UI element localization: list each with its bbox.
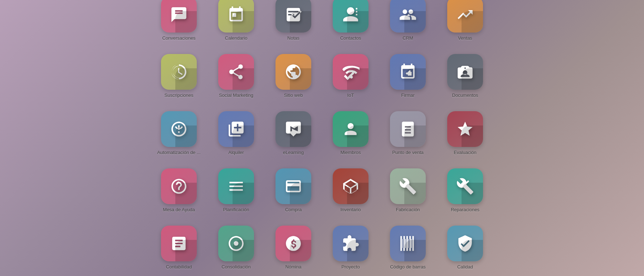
app-grid: ConversacionesCalendarioNotasContactosCR… <box>147 0 497 276</box>
app-label-elearning: eLearning <box>283 150 304 155</box>
app-label-iot: IoT <box>347 93 354 98</box>
app-icon-ventas <box>447 0 483 33</box>
app-label-proyecto: Proyecto <box>341 264 360 270</box>
app-label-alquiler: Alquiler <box>228 150 244 155</box>
app-label-crm: CRM <box>402 35 413 41</box>
app-label-mesa-de-ayuda: Mesa de Ayuda <box>163 207 195 212</box>
app-item-automatizacion[interactable]: Automatización de ... <box>154 111 204 165</box>
app-label-documentos: Documentos <box>452 93 478 98</box>
app-item-miembros[interactable]: Miembros <box>326 111 376 165</box>
app-item-contabilidad[interactable]: Contabilidad <box>154 226 204 276</box>
app-icon-social-marketing <box>218 54 254 90</box>
app-item-firmar[interactable]: Firmar <box>383 54 433 108</box>
app-icon-codigo-de-barras <box>390 226 426 261</box>
app-label-suscripciones: Suscripciones <box>165 93 194 98</box>
app-icon-contactos <box>333 0 369 33</box>
app-icon-contabilidad <box>161 226 197 261</box>
app-item-punto-de-venta[interactable]: Punto de venta <box>383 111 433 165</box>
app-item-suscripciones[interactable]: Suscripciones <box>154 54 204 108</box>
app-label-reparaciones: Reparaciones <box>451 207 479 212</box>
app-label-compra: Compra <box>285 207 302 212</box>
app-item-compra[interactable]: Compra <box>268 168 318 222</box>
app-item-consolidacion[interactable]: Consolidación <box>211 226 261 276</box>
app-icon-inventario <box>333 168 369 204</box>
app-icon-reparaciones <box>447 168 483 204</box>
app-label-sitio-web: Sitio web <box>284 93 303 98</box>
app-item-mesa-de-ayuda[interactable]: Mesa de Ayuda <box>154 168 204 222</box>
app-label-punto-de-venta: Punto de venta <box>392 150 423 155</box>
app-icon-evaluacion <box>447 111 483 147</box>
app-item-proyecto[interactable]: Proyecto <box>326 226 376 276</box>
app-item-alquiler[interactable]: Alquiler <box>211 111 261 165</box>
app-icon-punto-de-venta <box>390 111 426 147</box>
app-icon-compra <box>275 168 311 204</box>
app-item-fabricacion[interactable]: Fabricación <box>383 168 433 222</box>
app-label-planificacion: Planificación <box>223 207 249 212</box>
app-icon-elearning <box>275 111 311 147</box>
app-item-elearning[interactable]: eLearning <box>268 111 318 165</box>
app-icon-suscripciones <box>161 54 197 90</box>
app-item-notas[interactable]: Notas <box>268 0 318 50</box>
app-label-notas: Notas <box>287 35 299 41</box>
app-item-evaluacion[interactable]: Evaluación <box>440 111 490 165</box>
app-icon-miembros <box>333 111 369 147</box>
app-label-ventas: Ventas <box>458 35 472 41</box>
app-icon-iot <box>333 54 369 90</box>
app-icon-calendario <box>218 0 254 33</box>
app-item-calidad[interactable]: Calidad <box>440 226 490 276</box>
app-label-firmar: Firmar <box>401 93 415 98</box>
app-label-evaluacion: Evaluación <box>454 150 477 155</box>
app-icon-alquiler <box>218 111 254 147</box>
app-item-nomina[interactable]: Nómina <box>268 226 318 276</box>
app-label-automatizacion: Automatización de ... <box>157 150 200 155</box>
app-icon-firmar <box>390 54 426 90</box>
app-item-social-marketing[interactable]: Social Marketing <box>211 54 261 108</box>
app-label-social-marketing: Social Marketing <box>219 93 253 98</box>
app-item-iot[interactable]: IoT <box>326 54 376 108</box>
app-item-reparaciones[interactable]: Reparaciones <box>440 168 490 222</box>
app-item-ventas[interactable]: Ventas <box>440 0 490 50</box>
app-icon-fabricacion <box>390 168 426 204</box>
app-icon-planificacion <box>218 168 254 204</box>
app-item-crm[interactable]: CRM <box>383 0 433 50</box>
app-item-documentos[interactable]: Documentos <box>440 54 490 108</box>
app-icon-conversaciones <box>161 0 197 33</box>
app-label-codigo-de-barras: Código de barras <box>390 264 426 270</box>
app-icon-notas <box>275 0 311 33</box>
app-icon-automatizacion <box>161 111 197 147</box>
app-item-conversaciones[interactable]: Conversaciones <box>154 0 204 50</box>
app-icon-documentos <box>447 54 483 90</box>
app-label-contabilidad: Contabilidad <box>166 264 192 270</box>
app-label-contactos: Contactos <box>340 35 361 41</box>
app-label-fabricacion: Fabricación <box>396 207 420 212</box>
app-icon-consolidacion <box>218 226 254 261</box>
app-icon-mesa-de-ayuda <box>161 168 197 204</box>
app-label-inventario: Inventario <box>340 207 361 212</box>
app-icon-proyecto <box>333 226 369 261</box>
app-item-inventario[interactable]: Inventario <box>326 168 376 222</box>
app-item-contactos[interactable]: Contactos <box>326 0 376 50</box>
app-item-sitio-web[interactable]: Sitio web <box>268 54 318 108</box>
app-label-miembros: Miembros <box>340 150 361 155</box>
app-icon-crm <box>390 0 426 33</box>
app-icon-calidad <box>447 226 483 261</box>
app-item-planificacion[interactable]: Planificación <box>211 168 261 222</box>
app-label-calendario: Calendario <box>225 35 248 41</box>
app-icon-nomina <box>275 226 311 261</box>
app-item-codigo-de-barras[interactable]: Código de barras <box>383 226 433 276</box>
app-item-calendario[interactable]: Calendario <box>211 0 261 50</box>
app-icon-sitio-web <box>275 54 311 90</box>
app-label-nomina: Nómina <box>286 264 302 270</box>
app-label-consolidacion: Consolidación <box>221 264 251 270</box>
app-label-calidad: Calidad <box>457 264 473 270</box>
app-label-conversaciones: Conversaciones <box>162 35 195 41</box>
